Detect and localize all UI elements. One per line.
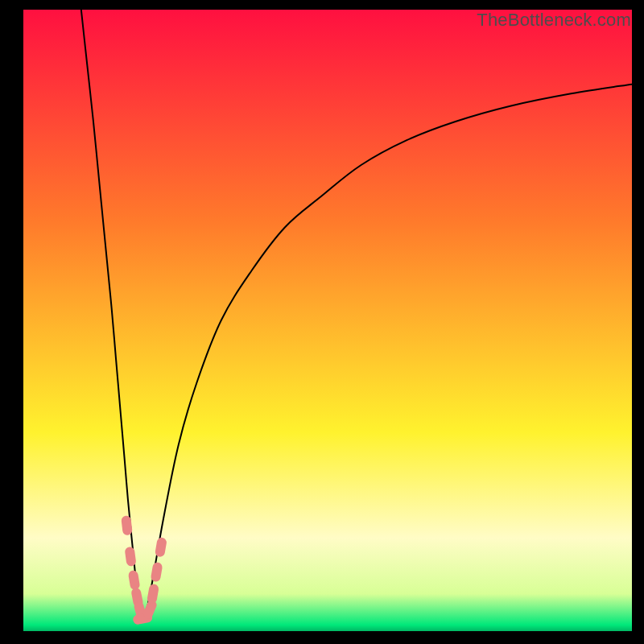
chart-frame: TheBottleneck.com <box>0 0 644 644</box>
chart-svg <box>23 10 632 631</box>
plot-area <box>23 10 632 631</box>
watermark-text: TheBottleneck.com <box>477 10 631 31</box>
chart-background <box>23 10 632 631</box>
